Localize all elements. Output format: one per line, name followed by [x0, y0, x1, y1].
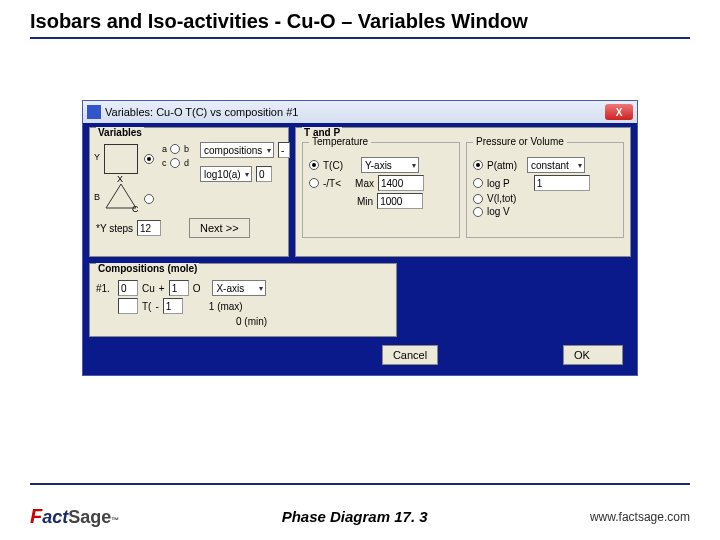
slide-title: Isobars and Iso-activities - Cu-O – Vari… [0, 0, 720, 37]
t-axis-select[interactable]: Y-axis▾ [361, 157, 419, 173]
footer: FactSage™ Phase Diagram 17. 3 www.factsa… [0, 505, 720, 528]
chevron-down-icon: ▾ [578, 161, 582, 170]
p-value-input[interactable] [534, 175, 590, 191]
compositions-panel: Compositions (mole) #1. Cu + O X-axis▾ T… [89, 263, 397, 337]
triangle-b-label: B [94, 192, 100, 202]
comp-min-label: 0 (min) [236, 316, 267, 327]
window-title: Variables: Cu-O T(C) vs composition #1 [105, 106, 298, 118]
footer-url: www.factsage.com [590, 510, 690, 524]
ok-button[interactable]: OK [563, 345, 623, 365]
y-axis-label: Y [94, 152, 100, 162]
compositions-legend: Compositions (mole) [96, 263, 199, 274]
title-rule [30, 37, 690, 39]
label-b: b [184, 144, 189, 154]
triangle-c-label: C [132, 204, 139, 214]
cu-value[interactable] [118, 280, 138, 296]
label-c: c [162, 158, 167, 168]
radio-a[interactable] [170, 144, 180, 154]
radio-tk[interactable] [309, 178, 319, 188]
compositions-select[interactable]: compositions▾ [200, 142, 274, 158]
pv-legend: Pressure or Volume [473, 136, 567, 147]
factsage-logo: FactSage™ [30, 505, 119, 528]
row-number: #1. [96, 283, 114, 294]
radio-vl[interactable] [473, 194, 483, 204]
vl-label: V(l,tot) [487, 193, 516, 204]
tc-label: T(C) [323, 160, 343, 171]
dash-label: - [155, 301, 158, 312]
plus-label: + [159, 283, 165, 294]
comp-b2[interactable] [163, 298, 183, 314]
radio-logv[interactable] [473, 207, 483, 217]
cancel-button[interactable]: Cancel [382, 345, 438, 365]
radio-c[interactable] [170, 158, 180, 168]
footer-rule [30, 483, 690, 485]
compositions-value[interactable] [278, 142, 290, 158]
pressure-volume-group: Pressure or Volume P(atm) constant▾ log … [466, 142, 624, 238]
t-min-input[interactable] [377, 193, 423, 209]
t-label: T( [142, 301, 151, 312]
max-label: Max [355, 178, 374, 189]
logv-label: log V [487, 206, 510, 217]
chevron-down-icon: ▾ [259, 284, 263, 293]
chevron-down-icon: ▾ [245, 170, 249, 179]
next-button[interactable]: Next >> [189, 218, 250, 238]
radio-logp[interactable] [473, 178, 483, 188]
comp-axis-select[interactable]: X-axis▾ [212, 280, 266, 296]
comp-max-label: 1 (max) [209, 301, 243, 312]
temperature-group: Temperature T(C) Y-axis▾ -/T< Max [302, 142, 460, 238]
comp-b1[interactable] [118, 298, 138, 314]
label-d: d [184, 158, 189, 168]
radio-xy[interactable] [144, 154, 154, 164]
radio-ternary[interactable] [144, 194, 154, 204]
variables-panel: Variables Y X a b c d [89, 127, 289, 257]
tk-label: -/T< [323, 178, 341, 189]
min-label: Min [357, 196, 373, 207]
p-axis-select[interactable]: constant▾ [527, 157, 585, 173]
y-steps-label: *Y steps [96, 223, 133, 234]
log10a-value[interactable] [256, 166, 272, 182]
temperature-legend: Temperature [309, 136, 371, 147]
patm-label: P(atm) [487, 160, 517, 171]
xy-plot-icon: X [104, 144, 138, 174]
chevron-down-icon: ▾ [267, 146, 271, 155]
footer-center: Phase Diagram 17. 3 [282, 508, 428, 525]
label-a: a [162, 144, 167, 154]
t-max-input[interactable] [378, 175, 424, 191]
t-and-p-panel: T and P Temperature T(C) Y-axis▾ [295, 127, 631, 257]
variables-window: Variables: Cu-O T(C) vs composition #1 X… [82, 100, 638, 376]
variables-legend: Variables [96, 127, 144, 138]
app-icon [87, 105, 101, 119]
o-label: O [193, 283, 201, 294]
cu-label: Cu [142, 283, 155, 294]
titlebar: Variables: Cu-O T(C) vs composition #1 X [83, 101, 637, 123]
logp-label: log P [487, 178, 510, 189]
log10a-select[interactable]: log10(a)▾ [200, 166, 252, 182]
y-steps-input[interactable] [137, 220, 161, 236]
radio-patm[interactable] [473, 160, 483, 170]
o-value[interactable] [169, 280, 189, 296]
chevron-down-icon: ▾ [412, 161, 416, 170]
radio-tc[interactable] [309, 160, 319, 170]
close-button[interactable]: X [605, 104, 633, 120]
